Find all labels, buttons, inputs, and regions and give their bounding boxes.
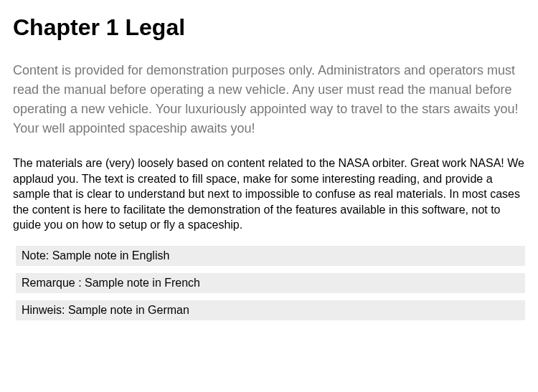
body-paragraph: The materials are (very) loosely based o… <box>13 156 525 233</box>
note-french: Remarque : Sample note in French <box>16 273 525 293</box>
note-german: Hinweis: Sample note in German <box>16 300 525 320</box>
intro-paragraph: Content is provided for demonstration pu… <box>13 61 525 138</box>
note-english: Note: Sample note in English <box>16 246 525 266</box>
chapter-heading: Chapter 1 Legal <box>13 14 525 41</box>
